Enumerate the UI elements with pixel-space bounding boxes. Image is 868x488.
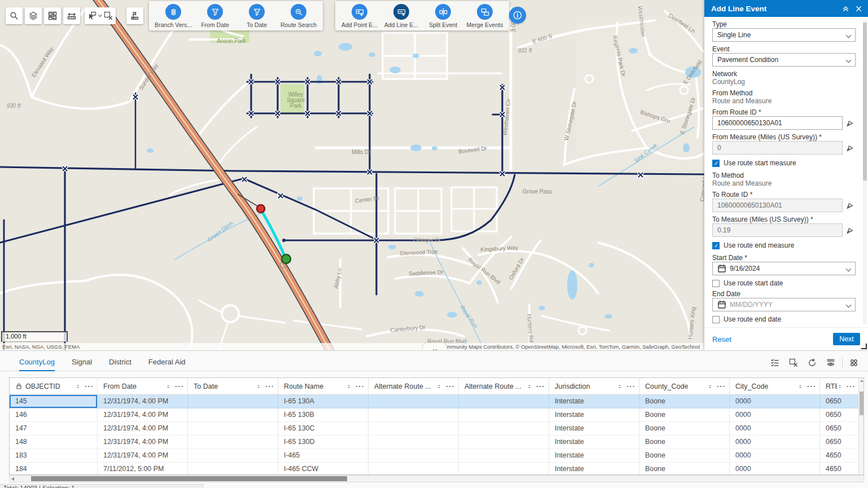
table-row[interactable]: 14712/31/1974, 4:00 PMI-65 130CInterstat… [10,422,863,436]
table-cell[interactable]: Boone [639,436,730,449]
table-cell[interactable] [459,436,549,449]
column-menu-button[interactable]: ··· [847,382,856,390]
table-cell[interactable]: 4650 [820,463,860,475]
table-cell[interactable]: Boone [639,449,730,462]
basemap-button[interactable] [44,7,61,24]
table-cell[interactable]: Boone [639,395,730,408]
table-cell[interactable]: Interstate [549,449,639,462]
table-cell[interactable]: 4650 [820,449,860,462]
table-row[interactable]: 18312/31/1974, 4:00 PMI-465InterstateBoo… [10,449,863,463]
column-header-rtel[interactable]: RTEL··· [820,378,860,394]
toolbar-item-to-date[interactable]: To Date [237,4,277,28]
table-horizontal-scrollbar[interactable] [9,475,864,482]
column-menu-button[interactable]: ··· [85,382,94,390]
sort-icon[interactable] [346,384,352,389]
table-cell[interactable]: 12/31/1974, 4:00 PM [98,449,188,462]
column-header-from-date[interactable]: From Date··· [98,378,188,394]
table-cell[interactable] [188,395,278,408]
table-cell[interactable]: Interstate [549,422,639,435]
panel-scrollbar[interactable] [863,20,867,324]
column-menu-button[interactable]: ··· [356,382,365,390]
search-button[interactable] [6,7,23,24]
table-row[interactable]: 14512/31/1974, 4:00 PMI-65 130AInterstat… [10,395,863,408]
table-cell[interactable]: I-465 CCW [278,463,369,475]
tab-district[interactable]: District [109,355,131,371]
toolbar-item-merge-events[interactable]: Merge Events [465,4,505,28]
table-cell[interactable]: Interstate [549,463,639,475]
tab-countylog[interactable]: CountyLog [19,355,55,371]
attribution-collapse-button[interactable] [422,342,447,350]
column-header-alternate-route[interactable]: Alternate Route ...··· [369,378,459,394]
column-menu-button[interactable]: ··· [626,382,635,390]
pick-to-route-button[interactable] [845,200,856,210]
clear-selection-icon[interactable] [104,11,113,20]
toolbar-item-add-line-e[interactable]: Add Line E... [382,4,421,28]
layers-button[interactable] [25,7,42,24]
table-cell[interactable] [188,408,278,421]
sort-icon[interactable] [797,384,803,389]
table-cell[interactable]: 12/31/1974, 4:00 PM [98,408,188,421]
table-cell[interactable]: 0000 [730,422,820,435]
table-cell[interactable]: 7/11/2012, 5:00 PM [98,463,188,475]
table-cell[interactable]: Interstate [549,436,639,449]
toggle-columns-button[interactable] [823,355,838,370]
table-cell[interactable] [369,422,459,435]
table-cell[interactable]: 183 [10,449,98,462]
toolbar-item-add-point-e[interactable]: Add Point E... [340,4,379,28]
table-cell[interactable]: 0650 [820,395,860,408]
table-cell[interactable]: 0650 [820,422,860,435]
toolbar-item-route-search[interactable]: Route Search [279,4,318,28]
table-cell[interactable] [459,463,549,475]
use-route-start-date-checkbox[interactable]: Use route start date [712,279,856,287]
toolbar-item-branch-vers[interactable]: Branch Vers... [154,4,193,28]
table-row[interactable]: 14812/31/1974, 4:00 PMI-65 130DInterstat… [10,436,863,449]
table-cell[interactable]: 0650 [820,436,860,449]
sort-icon[interactable] [165,384,171,389]
table-cell[interactable]: I-65 130A [278,395,369,408]
table-cell[interactable]: Interstate [549,395,639,408]
sort-icon[interactable] [617,384,622,389]
clear-table-selection-button[interactable] [786,355,801,370]
table-cell[interactable]: 12/31/1974, 4:00 PM [98,436,188,449]
table-cell[interactable]: I-65 130C [278,422,369,435]
pick-from-measure-button[interactable] [845,143,856,153]
table-cell[interactable] [459,395,549,408]
sort-icon[interactable] [256,384,261,389]
table-row[interactable]: 14612/31/1974, 4:00 PMI-65 130BInterstat… [10,408,863,422]
table-cell[interactable] [369,463,459,475]
table-cell[interactable]: Boone [639,408,730,421]
use-route-end-measure-checkbox[interactable]: Use route end measure [712,241,856,249]
scrollbar-thumb[interactable] [31,476,347,481]
scrollbar-thumb[interactable] [860,392,863,415]
table-cell[interactable] [188,422,278,435]
to-measure-marker[interactable] [282,254,291,263]
toolbar-item-split-event[interactable]: Split Event [423,4,463,28]
show-selected-records-button[interactable] [768,355,782,370]
type-select[interactable]: Single Line [712,28,856,42]
table-cell[interactable]: 0000 [730,395,820,408]
from-measure-marker[interactable] [257,205,265,213]
table-options-button[interactable] [847,355,861,370]
table-cell[interactable]: 0650 [820,408,860,421]
column-menu-button[interactable]: ··· [807,382,816,390]
column-menu-button[interactable]: ··· [717,382,726,390]
next-button[interactable]: Next [833,333,860,345]
table-vertical-scrollbar[interactable] [858,378,863,474]
collapse-panel-button[interactable] [842,5,849,12]
column-menu-button[interactable]: ··· [265,382,274,390]
table-cell[interactable] [369,449,459,462]
route-select-button[interactable] [126,7,143,24]
table-cell[interactable]: 145 [10,395,98,408]
table-cell[interactable] [459,408,549,421]
table-row[interactable]: 1847/11/2012, 5:00 PMI-465 CCWInterstate… [10,463,863,475]
table-cell[interactable]: 0000 [730,449,820,462]
toolbar-item-from-date[interactable]: From Date [195,4,235,28]
sort-icon[interactable] [75,384,81,389]
use-route-start-measure-checkbox[interactable]: Use route start measure [712,159,856,167]
column-header-route-name[interactable]: Route Name··· [278,378,369,394]
table-cell[interactable] [369,436,459,449]
use-route-end-date-checkbox[interactable]: Use route end date [712,315,856,323]
table-cell[interactable]: I-465 [278,449,369,462]
column-header-county-code[interactable]: County_Code··· [639,378,730,394]
measure-button[interactable] [63,7,80,24]
